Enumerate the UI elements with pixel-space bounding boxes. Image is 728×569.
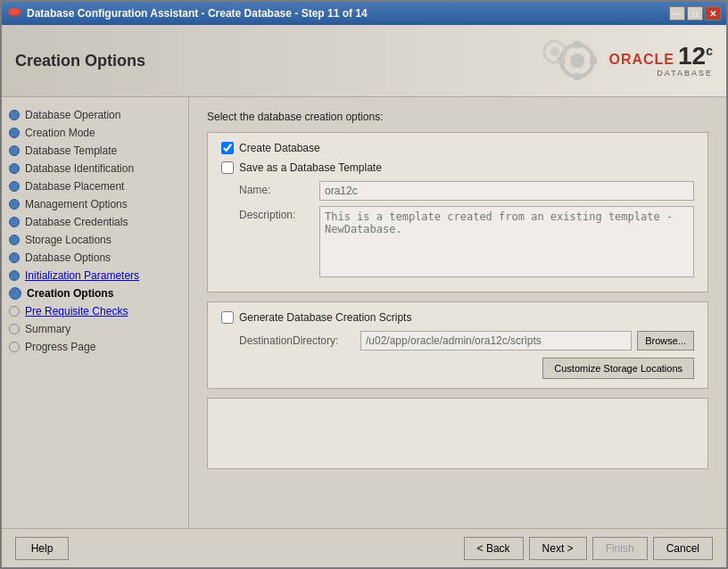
- sidebar-dot-0: [9, 110, 20, 120]
- sidebar-item-database-identification[interactable]: Database Identification: [2, 160, 188, 177]
- customize-storage-button[interactable]: Customize Storage Locations: [542, 358, 694, 379]
- svg-rect-5: [574, 73, 581, 80]
- sidebar-dot-11: [9, 306, 20, 317]
- svg-point-3: [570, 54, 584, 68]
- title-bar: Database Configuration Assistant - Creat…: [2, 2, 726, 25]
- title-bar-left: Database Configuration Assistant - Creat…: [7, 6, 368, 21]
- sidebar-dot-3: [9, 163, 20, 174]
- create-db-label: Create Database: [239, 142, 320, 154]
- sidebar: Database Operation Creation Mode Databas…: [2, 97, 189, 528]
- save-template-checkbox[interactable]: [221, 161, 234, 174]
- sidebar-dot-10: [9, 287, 21, 300]
- main-window: Database Configuration Assistant - Creat…: [0, 0, 728, 569]
- destination-label: DestinationDirectory:: [239, 334, 355, 347]
- create-db-checkbox[interactable]: [221, 142, 234, 154]
- generate-scripts-label: Generate Database Creation Scripts: [239, 311, 411, 324]
- sidebar-label-4: Database Placement: [25, 180, 124, 193]
- sidebar-label-12: Summary: [25, 323, 70, 335]
- next-button[interactable]: Next >: [529, 537, 587, 560]
- sidebar-item-summary[interactable]: Summary: [2, 320, 188, 338]
- sidebar-item-creation-options[interactable]: Creation Options: [2, 284, 188, 302]
- save-template-row: Save as a Database Template: [221, 161, 694, 174]
- sidebar-dot-12: [9, 324, 20, 334]
- gear-decoration: [533, 34, 604, 87]
- oracle-brand-text: ORACLE: [608, 52, 674, 68]
- svg-rect-4: [574, 41, 581, 48]
- cancel-button[interactable]: Cancel: [653, 537, 713, 560]
- sidebar-dot-1: [9, 128, 20, 138]
- scripts-group: Generate Database Creation Scripts Desti…: [207, 301, 708, 389]
- main-panel: Select the database creation options: Cr…: [189, 97, 726, 528]
- maximize-button[interactable]: □: [687, 6, 703, 21]
- description-textarea[interactable]: [319, 206, 694, 277]
- close-button[interactable]: ✕: [705, 6, 721, 21]
- finish-button[interactable]: Finish: [592, 537, 648, 560]
- sidebar-label-13: Progress Page: [25, 341, 95, 353]
- sidebar-dot-6: [9, 217, 20, 227]
- sidebar-dot-9: [9, 270, 20, 281]
- sidebar-label-6: Database Credentials: [25, 216, 128, 228]
- page-title: Creation Options: [15, 52, 145, 70]
- sidebar-dot-5: [9, 199, 20, 210]
- sidebar-label-5: Management Options: [25, 198, 128, 210]
- generate-scripts-row: Generate Database Creation Scripts: [221, 311, 694, 324]
- sidebar-label-7: Storage Locations: [25, 234, 112, 246]
- destination-row: DestinationDirectory: Browse...: [239, 331, 694, 350]
- sidebar-item-database-options[interactable]: Database Options: [2, 249, 188, 267]
- sidebar-item-database-credentials[interactable]: Database Credentials: [2, 213, 188, 231]
- oracle-badge: ORACLE 12c DATABASE: [608, 44, 713, 78]
- generate-scripts-checkbox[interactable]: [221, 311, 234, 324]
- sidebar-label-2: Database Template: [25, 144, 117, 157]
- minimize-button[interactable]: ─: [669, 6, 685, 21]
- sidebar-label-9: Initialization Parameters: [25, 269, 139, 282]
- content-area: Database Operation Creation Mode Databas…: [2, 97, 726, 528]
- browse-button[interactable]: Browse...: [637, 331, 694, 350]
- create-db-group: Create Database Save as a Database Templ…: [207, 132, 708, 293]
- bottom-panel: [207, 398, 708, 469]
- name-input[interactable]: [319, 181, 694, 201]
- description-field-label: Description:: [239, 206, 319, 221]
- sidebar-dot-7: [9, 235, 20, 245]
- sidebar-item-database-template[interactable]: Database Template: [2, 142, 188, 160]
- footer: Help < Back Next > Finish Cancel: [2, 528, 726, 567]
- sidebar-item-management-options[interactable]: Management Options: [2, 195, 188, 213]
- destination-input[interactable]: [360, 331, 632, 350]
- sidebar-item-database-placement[interactable]: Database Placement: [2, 177, 188, 195]
- sidebar-item-pre-requisite-checks[interactable]: Pre Requisite Checks: [2, 302, 188, 320]
- sidebar-label-0: Database Operation: [25, 109, 120, 121]
- description-row: Description:: [239, 206, 694, 277]
- help-button[interactable]: Help: [15, 537, 69, 560]
- save-template-label: Save as a Database Template: [239, 161, 382, 174]
- svg-rect-7: [590, 57, 597, 64]
- section-instructions: Select the database creation options:: [207, 111, 708, 123]
- oracle-version: 12c: [678, 44, 713, 69]
- sidebar-item-progress-page[interactable]: Progress Page: [2, 338, 188, 356]
- sidebar-item-database-operation[interactable]: Database Operation: [2, 106, 188, 124]
- sidebar-item-storage-locations[interactable]: Storage Locations: [2, 231, 188, 249]
- svg-point-1: [8, 8, 21, 15]
- back-button[interactable]: < Back: [464, 537, 524, 560]
- create-db-row: Create Database: [221, 142, 694, 154]
- svg-point-9: [550, 47, 559, 56]
- name-row: Name:: [239, 181, 694, 201]
- window-controls: ─ □ ✕: [669, 6, 721, 21]
- sidebar-dot-13: [9, 342, 20, 352]
- sidebar-dot-8: [9, 252, 20, 263]
- footer-nav-buttons: < Back Next > Finish Cancel: [464, 537, 713, 560]
- customize-row: Customize Storage Locations: [221, 358, 694, 379]
- oracle-logo-area: ORACLE 12c DATABASE: [533, 34, 713, 87]
- sidebar-label-3: Database Identification: [25, 162, 134, 175]
- sidebar-label-8: Database Options: [25, 252, 111, 264]
- name-field-label: Name:: [239, 181, 319, 196]
- app-icon: [7, 6, 21, 21]
- sidebar-item-creation-mode[interactable]: Creation Mode: [2, 124, 188, 142]
- sidebar-label-10: Creation Options: [27, 287, 113, 300]
- oracle-db-text: DATABASE: [657, 69, 713, 78]
- header-area: Creation Options ORACLE 12c DATA: [2, 25, 726, 97]
- sidebar-item-initialization-parameters[interactable]: Initialization Parameters: [2, 267, 188, 284]
- sidebar-dot-4: [9, 181, 20, 192]
- sidebar-label-1: Creation Mode: [25, 127, 95, 139]
- sidebar-label-11: Pre Requisite Checks: [25, 305, 128, 317]
- sidebar-dot-2: [9, 145, 20, 156]
- window-title: Database Configuration Assistant - Creat…: [27, 7, 368, 20]
